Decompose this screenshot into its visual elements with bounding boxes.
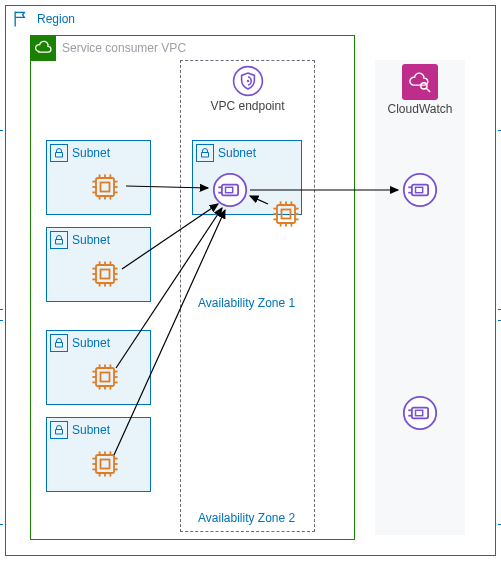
svg-line-3 <box>426 88 430 92</box>
lock-icon <box>50 334 68 352</box>
svg-rect-46 <box>96 455 114 473</box>
svg-rect-65 <box>277 205 295 223</box>
svg-point-79 <box>404 174 436 206</box>
eni-cloudwatch-icon <box>402 395 438 431</box>
cloud-vpc-icon <box>30 35 56 61</box>
subnet-label: Subnet <box>72 233 110 247</box>
az2-label: Availability Zone 2 <box>198 511 295 525</box>
lock-icon <box>50 421 68 439</box>
subnet-label: Subnet <box>72 336 110 350</box>
compute-icon <box>268 196 304 232</box>
az1-label: Availability Zone 1 <box>198 296 295 310</box>
region-label: Region <box>37 12 75 26</box>
shield-endpoint-icon <box>232 65 264 97</box>
svg-rect-18 <box>96 265 114 283</box>
cloudwatch-service-icon <box>402 64 438 100</box>
svg-rect-32 <box>96 368 114 386</box>
vpc-label: Service consumer VPC <box>62 41 186 55</box>
vpc-endpoint-header: VPC endpoint <box>181 65 314 113</box>
compute-icon <box>87 169 123 205</box>
cloudwatch-column: CloudWatch <box>375 60 465 535</box>
svg-rect-66 <box>282 210 291 219</box>
svg-point-2 <box>421 83 427 89</box>
diagram-canvas: Region Service consumer VPC VPC endpoint <box>0 0 501 561</box>
eni-endpoint-icon <box>212 172 248 208</box>
svg-point-84 <box>404 397 436 429</box>
svg-rect-5 <box>101 183 110 192</box>
svg-point-60 <box>214 174 246 206</box>
lock-icon <box>196 144 214 162</box>
subnet-box-1: Subnet <box>46 140 151 215</box>
compute-icon <box>87 359 123 395</box>
svg-rect-19 <box>101 270 110 279</box>
lock-icon <box>50 144 68 162</box>
region-header: Region <box>6 6 80 32</box>
subnet-head-3: Subnet <box>47 331 150 352</box>
vpc-header: Service consumer VPC <box>30 35 186 61</box>
svg-point-1 <box>246 80 248 82</box>
flag-icon <box>11 9 31 29</box>
compute-icon <box>87 446 123 482</box>
subnet-head-5: Subnet <box>193 141 301 162</box>
lock-icon <box>50 231 68 249</box>
subnet-head-4: Subnet <box>47 418 150 439</box>
cloudwatch-label: CloudWatch <box>388 102 453 116</box>
subnet-box-3: Subnet <box>46 330 151 405</box>
svg-rect-33 <box>101 373 110 382</box>
subnet-head-1: Subnet <box>47 141 150 162</box>
vpc-endpoint-label: VPC endpoint <box>210 99 284 113</box>
svg-rect-4 <box>96 178 114 196</box>
svg-rect-47 <box>101 460 110 469</box>
subnet-label: Subnet <box>218 146 256 160</box>
subnet-box-2: Subnet <box>46 227 151 302</box>
eni-cloudwatch-icon <box>402 172 438 208</box>
subnet-label: Subnet <box>72 146 110 160</box>
subnet-label: Subnet <box>72 423 110 437</box>
compute-icon <box>87 256 123 292</box>
subnet-box-4: Subnet <box>46 417 151 492</box>
subnet-head-2: Subnet <box>47 228 150 249</box>
cloudwatch-header: CloudWatch <box>375 64 465 116</box>
